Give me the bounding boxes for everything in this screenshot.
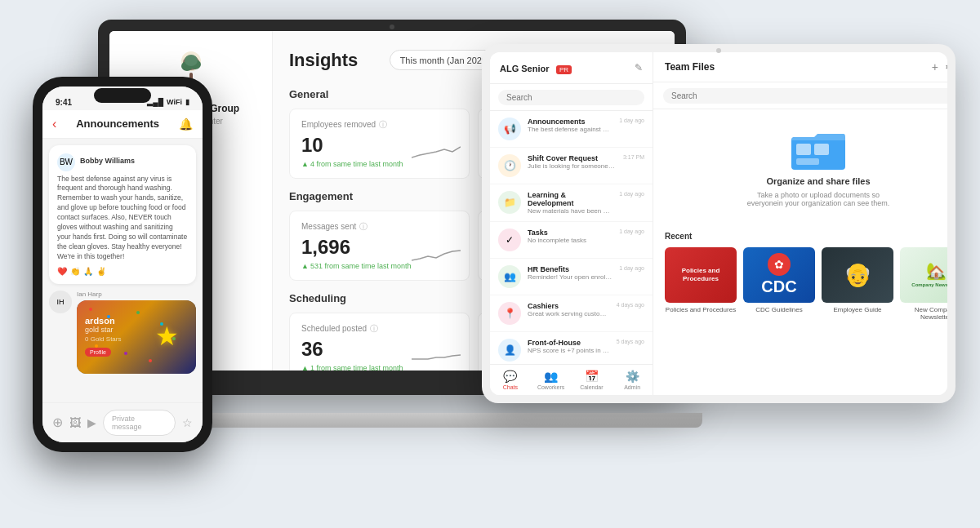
announcement-message: BW Bobby Williams The best defense again… <box>49 145 196 284</box>
file-card-employee[interactable]: 👴 Employee Guide <box>822 247 893 322</box>
add-icon[interactable]: + <box>932 60 938 73</box>
file-name: Policies and Procedures <box>665 306 737 314</box>
stat-label: Scheduled posted ⓘ <box>301 323 457 335</box>
tablet-bottom-nav: 💬 Chats 👥 Coworkers 📅 Calendar ⚙️ <box>490 364 653 395</box>
info-icon: ⓘ <box>370 323 378 335</box>
profile-button[interactable]: Profile <box>85 348 111 357</box>
phone-status-right: ▂▄█ WiFi ▮ <box>147 98 189 106</box>
up-arrow-icon: ▲ <box>301 364 309 370</box>
clap-reaction[interactable]: 👏 <box>70 267 80 276</box>
chat-item-hr[interactable]: 👥 HR Benefits Reminder! Your open enroll… <box>490 259 653 295</box>
tablet-files-header: Team Files + ⚙ ✕ <box>653 52 947 82</box>
org-name-label: ALG Senior <box>500 64 550 73</box>
chat-item-shift[interactable]: 🕐 Shift Cover Request Julie is looking f… <box>490 148 653 184</box>
image-icon[interactable]: 🖼 <box>69 416 81 429</box>
phone-device: 9:41 ▂▄█ WiFi ▮ ‹ Announcements 🔔 <box>33 77 212 452</box>
stat-messages-sent: Messages sent ⓘ 1,696 ▲ 531 from same ti… <box>289 211 470 281</box>
chat-icon: 👥 <box>498 265 521 288</box>
file-card-policies[interactable]: Policies and Procedures Policies and Pro… <box>665 247 737 322</box>
gold-star-icon: ★ <box>155 322 179 351</box>
tablet-chat-panel: ALG Senior PR ✎ 📢 <box>490 52 653 395</box>
video-card-wrapper: Ian Harp <box>77 291 196 374</box>
phone-notch <box>94 88 151 103</box>
cdc-virus-icon: ✿ <box>768 253 791 276</box>
files-empty-subtitle: Take a photo or upload documents so ever… <box>745 191 892 207</box>
cdc-content: ✿ CDC <box>761 253 796 296</box>
star-badge: ★ <box>155 321 188 353</box>
chat-list: 📢 Announcements The best defense against… <box>490 111 653 364</box>
add-icon[interactable]: ⊕ <box>52 415 63 430</box>
newsletter-text: Company Newsletter <box>910 281 947 289</box>
info-icon: ⓘ <box>379 119 387 131</box>
tablet-screen: ALG Senior PR ✎ 📢 <box>490 52 947 395</box>
stat-label: Messages sent ⓘ <box>301 221 457 233</box>
file-thumbnail: Policies and Procedures <box>665 247 737 303</box>
tab-coworkers[interactable]: 👥 Coworkers <box>531 370 572 390</box>
chat-item-front-of-house[interactable]: 👤 Front-of-House NPS score is +7 points … <box>490 332 653 364</box>
tablet-search-input[interactable] <box>498 90 644 105</box>
private-message-input[interactable]: Private message <box>103 410 176 436</box>
chat-item-content: Shift Cover Request Julie is looking for… <box>528 154 617 170</box>
chat-icon: 📢 <box>498 118 521 140</box>
tab-admin[interactable]: ⚙️ Admin <box>612 370 653 390</box>
up-arrow-icon: ▲ <box>301 160 309 168</box>
battery-icon: ▮ <box>185 98 189 106</box>
chat-item-content: Announcements The best defense against a… <box>528 118 612 133</box>
phone-screen: 9:41 ▂▄█ WiFi ▮ ‹ Announcements 🔔 <box>42 87 203 442</box>
house-icon: 🏡 <box>926 261 947 281</box>
file-card-cdc[interactable]: ✿ CDC CDC Guidelines <box>743 247 815 322</box>
calendar-icon: 📅 <box>585 370 599 383</box>
stat-scheduled-posted: Scheduled posted ⓘ 36 ▲ 1 from same time… <box>289 313 470 370</box>
back-button[interactable]: ‹ <box>52 117 56 131</box>
tablet-files-search-bar <box>653 82 947 109</box>
tablet-device: ALG Senior PR ✎ 📢 <box>482 44 956 403</box>
recent-label: Recent <box>665 232 947 241</box>
tablet-chat-actions: ✎ <box>635 62 643 73</box>
chat-item-content: Cashiers Great work serving customers an… <box>528 302 610 317</box>
chat-icon: 🕐 <box>498 154 521 177</box>
tablet-chat-header: ALG Senior PR ✎ <box>490 52 653 84</box>
tab-calendar[interactable]: 📅 Calendar <box>572 370 612 390</box>
peace-reaction[interactable]: ✌️ <box>96 267 106 276</box>
info-icon: ⓘ <box>359 221 368 233</box>
chat-item-content: HR Benefits Reminder! Your open enrollme… <box>528 265 612 281</box>
tablet-files-actions: + ⚙ ✕ <box>932 60 947 73</box>
tablet-camera <box>716 48 721 53</box>
phone-message-area: BW Bobby Williams The best defense again… <box>42 139 203 402</box>
chat-icon: 👤 <box>498 339 521 362</box>
stat-employees-removed: Employees removed ⓘ 10 ▲ 4 from same tim… <box>289 109 470 179</box>
tablet-search-bar <box>490 84 653 111</box>
chat-icon: 📁 <box>498 191 521 214</box>
newsletter-content: 🏡 Company Newsletter <box>900 247 947 303</box>
heart-reaction[interactable]: ❤️ <box>57 267 67 276</box>
chat-item-learning[interactable]: 📁 Learning & Development New materials h… <box>490 184 653 222</box>
files-panel-title: Team Files <box>665 61 715 73</box>
stat-label: Employees removed ⓘ <box>301 119 457 131</box>
phone-header: ‹ Announcements 🔔 <box>42 110 203 139</box>
chat-item-announcements[interactable]: 📢 Announcements The best defense against… <box>490 111 653 148</box>
cdc-label: CDC <box>761 277 796 296</box>
video-icon[interactable]: ▶ <box>87 416 96 429</box>
bell-icon[interactable]: 🔔 <box>179 118 193 131</box>
edit-icon[interactable]: ✎ <box>635 62 643 73</box>
svg-rect-8 <box>814 144 829 155</box>
employee-content: 👴 <box>822 247 893 303</box>
person-icon: 👴 <box>844 261 872 288</box>
chat-item-content: Front-of-House NPS score is +7 points in… <box>528 339 610 354</box>
pray-reaction[interactable]: 🙏 <box>83 267 93 276</box>
tab-chats[interactable]: 💬 Chats <box>490 370 531 390</box>
laptop-camera <box>390 24 394 29</box>
chat-item-cashiers[interactable]: 📍 Cashiers Great work serving customers … <box>490 295 653 332</box>
scene: Affinity Living Group Command Center Ins… <box>16 11 964 517</box>
chat-item-tasks[interactable]: ✓ Tasks No incomplete tasks 1 day ago <box>490 222 653 259</box>
page-title: Insights <box>289 50 358 71</box>
chats-icon: 💬 <box>503 370 517 383</box>
star-icon[interactable]: ☆ <box>182 416 193 429</box>
settings-icon[interactable]: ⚙ <box>945 60 947 73</box>
file-card-newsletter[interactable]: 🏡 Company Newsletter New Company Newslet… <box>900 247 947 322</box>
tablet-files-search-input[interactable] <box>663 88 947 104</box>
recent-files-section: Recent Policies and Procedures Policies … <box>653 224 947 395</box>
files-empty-title: Organize and share files <box>766 176 870 186</box>
phone-time: 9:41 <box>56 98 72 107</box>
file-thumb-text: Policies and Procedures <box>665 264 737 286</box>
